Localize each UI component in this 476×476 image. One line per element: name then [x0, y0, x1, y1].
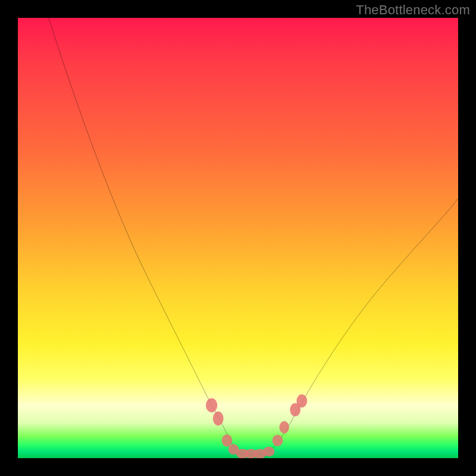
- highlight-dots: [206, 394, 307, 458]
- plot-area: [18, 18, 458, 458]
- svg-point-1: [213, 412, 224, 426]
- svg-point-8: [273, 435, 283, 446]
- svg-point-11: [296, 394, 307, 408]
- chart-frame: TheBottleneck.com: [0, 0, 476, 476]
- svg-point-9: [280, 421, 289, 434]
- curve-svg: [18, 18, 458, 458]
- watermark-text: TheBottleneck.com: [356, 2, 470, 18]
- svg-point-7: [263, 447, 274, 456]
- svg-point-2: [222, 434, 233, 447]
- svg-point-0: [206, 398, 217, 412]
- bottleneck-curve: [49, 18, 458, 455]
